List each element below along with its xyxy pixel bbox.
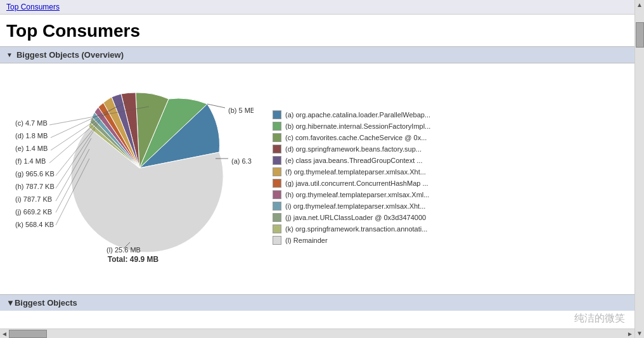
pie-label-k: (k) 568.4 KB <box>15 221 54 228</box>
pie-label-d: (d) 1.8 MB <box>15 132 48 140</box>
section2-arrow: ▼ <box>6 298 15 308</box>
section1-label: Biggest Objects (Overview) <box>16 50 124 60</box>
scroll-up-arrow[interactable]: ▲ <box>636 1 643 8</box>
legend-item-d: (d) org.springframework.beans.factory.su… <box>273 145 430 153</box>
section2-header[interactable]: ▼ Biggest Objects <box>0 294 644 311</box>
scroll-thumb[interactable] <box>636 22 644 48</box>
legend-color-f <box>273 167 281 176</box>
legend-text-l: (l) Remainder <box>285 237 328 244</box>
section1-header[interactable]: ▼ Biggest Objects (Overview) <box>0 46 644 63</box>
pie-label-i: (i) 787.7 KB <box>15 195 52 203</box>
legend-area: (a) org.apache.catalina.loader.ParallelW… <box>266 110 437 245</box>
legend-text-j: (j) java.net.URLClassLoader @ 0x3d347400… <box>285 214 426 221</box>
pie-label-b: (b) 5 MB <box>228 107 254 114</box>
legend-text-f: (f) org.thymeleaf.templateparser.xmlsax.… <box>285 168 426 176</box>
legend-item-f: (f) org.thymeleaf.templateparser.xmlsax.… <box>273 167 430 176</box>
chart-area: (b) 5 MB (a) 6.3 MB (c) 4.7 MB (d) 1.8 M… <box>0 63 644 292</box>
legend-color-b <box>273 122 281 131</box>
section2-label: Biggest Objects <box>15 298 77 308</box>
pie-svg: (b) 5 MB (a) 6.3 MB (c) 4.7 MB (d) 1.8 M… <box>13 70 254 254</box>
pie-label-j: (j) 669.2 KB <box>15 208 52 216</box>
legend-text-i: (i) org.thymeleaf.templateparser.xmlsax.… <box>285 202 425 210</box>
legend-item-j: (j) java.net.URLClassLoader @ 0x3d347400… <box>273 213 430 222</box>
pie-label-h: (h) 787.7 KB <box>15 183 55 190</box>
pie-label-a: (a) 6.3 MB <box>231 157 254 165</box>
legend-item-i: (i) org.thymeleaf.templateparser.xmlsax.… <box>273 202 430 211</box>
legend-color-e <box>273 156 281 165</box>
legend-color-j <box>273 213 281 222</box>
pie-label-e: (e) 1.4 MB <box>15 145 48 152</box>
legend-color-g <box>273 179 281 188</box>
legend-color-a <box>273 110 281 119</box>
pie-label-g: (g) 965.6 KB <box>15 170 55 178</box>
legend-item-k: (k) org.springframework.transaction.anno… <box>273 224 430 233</box>
pie-label-c: (c) 4.7 MB <box>15 119 48 127</box>
legend-item-l: (l) Remainder <box>273 236 430 245</box>
legend-color-l <box>273 236 281 245</box>
legend-text-h: (h) org.thymeleaf.templateparser.xmlsax.… <box>285 191 429 198</box>
legend-text-e: (e) class java.beans.ThreadGroupContext … <box>285 157 422 164</box>
legend-item-e: (e) class java.beans.ThreadGroupContext … <box>273 156 430 165</box>
pie-container: (b) 5 MB (a) 6.3 MB (c) 4.7 MB (d) 1.8 M… <box>0 70 266 285</box>
legend-text-a: (a) org.apache.catalina.loader.ParallelW… <box>285 111 430 119</box>
svg-line-0 <box>207 104 225 108</box>
legend-text-k: (k) org.springframework.transaction.anno… <box>285 225 427 233</box>
legend-text-c: (c) com.favorites.cache.CacheService @ 0… <box>285 134 427 141</box>
breadcrumb-bar: Top Consumers <box>0 0 644 15</box>
legend-item-c: (c) com.favorites.cache.CacheService @ 0… <box>273 133 430 142</box>
legend-item-h: (h) org.thymeleaf.templateparser.xmlsax.… <box>273 190 430 199</box>
legend-color-k <box>273 224 281 233</box>
legend-item-a: (a) org.apache.catalina.loader.ParallelW… <box>273 110 430 119</box>
section1-arrow: ▼ <box>6 51 13 58</box>
legend-item-g: (g) java.util.concurrent.ConcurrentHashM… <box>273 179 430 188</box>
pie-total: Total: 49.9 MB <box>108 255 158 264</box>
legend-text-g: (g) java.util.concurrent.ConcurrentHashM… <box>285 179 428 187</box>
legend-color-i <box>273 202 281 211</box>
breadcrumb-link[interactable]: Top Consumers <box>6 3 60 11</box>
legend-text-b: (b) org.hibernate.internal.SessionFactor… <box>285 122 430 130</box>
page-title: Top Consumers <box>0 15 644 46</box>
legend-item-b: (b) org.hibernate.internal.SessionFactor… <box>273 122 430 131</box>
legend-text-d: (d) org.springframework.beans.factory.su… <box>285 145 422 153</box>
pie-label-l: (l) 25.6 MB <box>106 246 141 254</box>
legend-color-h <box>273 190 281 199</box>
legend-color-d <box>273 145 281 153</box>
pie-label-f: (f) 1.4 MB <box>15 157 46 165</box>
scrollbar-right[interactable]: ▲ ▼ <box>634 0 644 311</box>
legend-color-c <box>273 133 281 142</box>
